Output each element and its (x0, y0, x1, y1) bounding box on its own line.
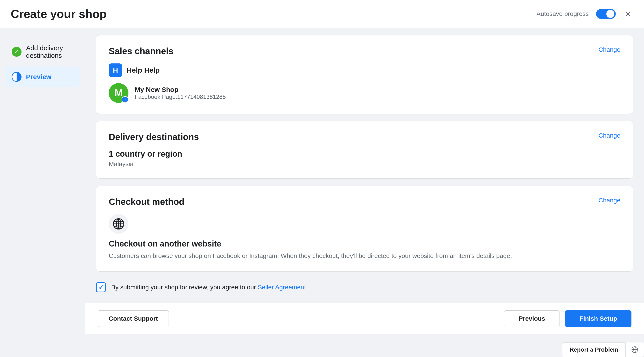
toggle-knob (606, 10, 614, 18)
globe-icon-container (109, 214, 128, 234)
delivery-destinations-change-button[interactable]: Change (598, 132, 620, 139)
facebook-badge: f (122, 96, 128, 103)
contact-support-button[interactable]: Contact Support (98, 310, 169, 327)
shop-row: M f My New Shop Facebook Page:1177140813… (109, 83, 620, 103)
agreement-text-before: By submitting your shop for review, you … (111, 284, 258, 291)
country-count: 1 country or region (109, 149, 620, 159)
page-title: Create your shop (11, 7, 107, 20)
agreement-row: ✓ By submitting your shop for review, yo… (96, 279, 633, 296)
agreement-checkbox[interactable]: ✓ (96, 282, 106, 292)
bottom-bar: Contact Support Previous Finish Setup (85, 303, 644, 334)
header-controls: Autosave progress × (536, 6, 633, 22)
agreement-text-after: . (306, 284, 308, 291)
checkout-method-change-button[interactable]: Change (598, 197, 620, 204)
sidebar-item-label-delivery: Add delivery destinations (26, 44, 74, 60)
sidebar-item-preview[interactable]: Preview (6, 66, 80, 87)
finish-setup-button[interactable]: Finish Setup (565, 310, 632, 327)
delivery-destinations-title: Delivery destinations (109, 132, 199, 142)
main-container: ✓ Add delivery destinations Preview Sale… (0, 28, 644, 357)
delivery-destinations-header: Delivery destinations Change (109, 132, 620, 142)
preview-icon (12, 72, 22, 82)
globe-icon (112, 218, 125, 230)
checkout-method-card: Checkout method Change Checkout on anoth… (96, 186, 633, 272)
sales-channels-card: Sales channels Change H Help Help M f My… (96, 35, 633, 114)
seller-agreement-link[interactable]: Seller Agreement (258, 284, 306, 291)
checkmark-icon: ✓ (98, 284, 104, 291)
sales-channels-title: Sales channels (109, 46, 174, 56)
shop-page: Facebook Page:117714081381285 (135, 94, 226, 100)
channel-row: H Help Help (109, 64, 620, 77)
footer-bar: Report a Problem (562, 342, 644, 357)
toggle-switch[interactable] (596, 9, 616, 19)
sales-channels-change-button[interactable]: Change (598, 46, 620, 53)
avatar: M f (109, 83, 128, 103)
autosave-label: Autosave progress (536, 10, 589, 18)
delivery-destinations-card: Delivery destinations Change 1 country o… (96, 121, 633, 178)
sidebar: ✓ Add delivery destinations Preview (0, 28, 85, 357)
autosave-toggle[interactable] (596, 9, 616, 19)
country-name: Malaysia (109, 160, 620, 168)
agreement-text: By submitting your shop for review, you … (111, 282, 308, 292)
avatar-letter: M (114, 88, 123, 98)
footer-globe-icon (631, 346, 638, 353)
footer-globe-button[interactable] (626, 342, 644, 357)
checkout-method-name: Checkout on another website (109, 239, 620, 248)
channel-icon: H (109, 64, 122, 77)
checkout-method-header: Checkout method Change (109, 197, 620, 207)
nav-buttons: Previous Finish Setup (504, 310, 632, 327)
checkout-method-title: Checkout method (109, 197, 184, 207)
checkout-method-desc: Customers can browse your shop on Facebo… (109, 251, 620, 261)
header: Create your shop Autosave progress × (0, 0, 644, 28)
report-problem-button[interactable]: Report a Problem (562, 342, 626, 357)
content-area: Sales channels Change H Help Help M f My… (85, 28, 644, 357)
shop-info: My New Shop Facebook Page:11771408138128… (135, 86, 226, 100)
close-button[interactable]: × (623, 6, 633, 22)
channel-name: Help Help (127, 66, 160, 74)
previous-button[interactable]: Previous (504, 310, 560, 327)
shop-name: My New Shop (135, 86, 226, 94)
sidebar-item-label-preview: Preview (26, 73, 51, 81)
sidebar-item-add-delivery[interactable]: ✓ Add delivery destinations (6, 39, 80, 65)
sales-channels-header: Sales channels Change (109, 46, 620, 56)
check-icon: ✓ (12, 47, 22, 57)
